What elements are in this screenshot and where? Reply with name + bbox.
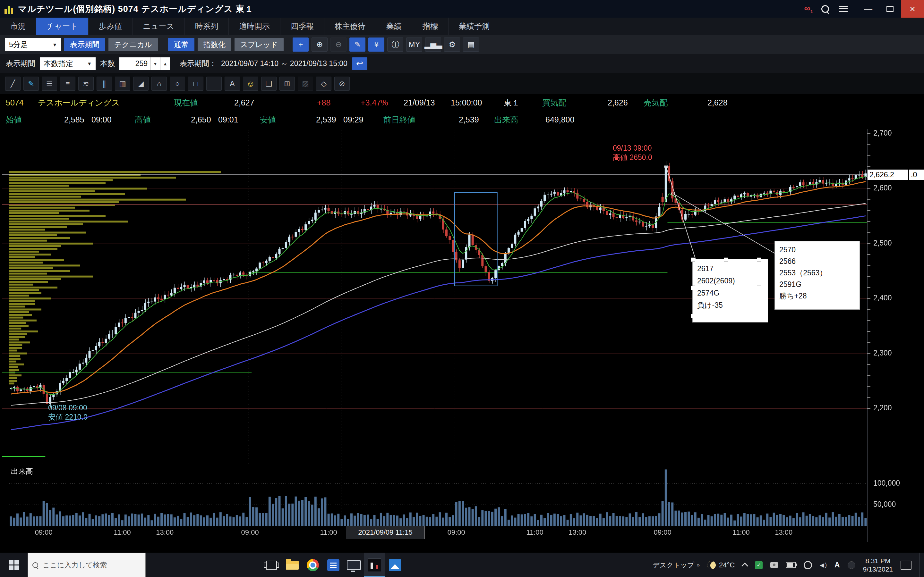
tab-bar: 市況チャート歩み値ニュース時系列適時開示四季報株主優待業績指標業績予測	[0, 18, 924, 35]
my-chart-button[interactable]: MY	[406, 37, 422, 52]
spinner-down-icon[interactable]: ▼	[150, 57, 160, 70]
settings-wrench-button[interactable]: ⚙	[444, 37, 460, 52]
battery-icon[interactable]	[786, 562, 796, 568]
tab-市況[interactable]: 市況	[0, 18, 36, 35]
tab-歩み値[interactable]: 歩み値	[89, 18, 133, 35]
tab-チャート[interactable]: チャート	[36, 18, 89, 35]
weather-widget[interactable]: 24°C	[708, 561, 735, 569]
taskbar-search[interactable]	[27, 553, 145, 577]
memo-resize-handle[interactable]	[757, 314, 761, 318]
app-document[interactable]	[323, 553, 344, 577]
tab-業績[interactable]: 業績	[376, 18, 412, 35]
ime-indicator[interactable]: A	[835, 561, 840, 569]
icon-stamp-tool[interactable]: ☺	[243, 77, 258, 91]
date-range-value: 2021/09/07 14:10 ～ 2021/09/13 15:00	[221, 59, 347, 69]
print-button[interactable]: ▤	[463, 37, 479, 52]
app-explorer[interactable]	[282, 553, 302, 577]
memo-resize-handle[interactable]	[691, 314, 695, 318]
network-icon[interactable]	[804, 561, 812, 569]
interval-select[interactable]: 5分足 ▼	[5, 38, 61, 51]
price-change-pct: +3.47%	[360, 98, 388, 107]
bar-count-value[interactable]: 259	[120, 57, 150, 70]
memo-resize-handle[interactable]	[691, 285, 695, 290]
app-chrome[interactable]	[302, 553, 323, 577]
quote-time: 15:00:00	[451, 98, 482, 107]
info-button[interactable]: ⓘ	[387, 37, 403, 52]
zoom-in-button[interactable]: ⊕	[312, 37, 328, 52]
chart-memo-1[interactable]: 26172602(2609)2574G負け-35	[692, 259, 768, 322]
range-colon-label: 表示期間：	[180, 59, 216, 69]
focus-assist-icon[interactable]	[848, 561, 855, 569]
memo-resize-handle[interactable]	[724, 314, 728, 318]
clear-all-tool[interactable]: ⊘	[334, 77, 350, 91]
app-photos[interactable]	[384, 553, 405, 577]
grid-lines-tool[interactable]: ≡	[60, 77, 75, 91]
memo-resize-handle[interactable]	[724, 258, 728, 262]
tab-四季報[interactable]: 四季報	[280, 18, 325, 35]
triangle-tool[interactable]: ◢	[133, 77, 149, 91]
taskbar-search-input[interactable]	[42, 561, 127, 570]
horizontal-line-tool[interactable]: ─	[206, 77, 222, 91]
tray-expand-icon[interactable]	[741, 562, 748, 569]
tab-ニュース[interactable]: ニュース	[132, 18, 185, 35]
reset-range-button[interactable]: ↩	[352, 57, 367, 70]
close-button[interactable]: ×	[901, 0, 924, 18]
rectangle-tool[interactable]: □	[188, 77, 204, 91]
memo-resize-handle[interactable]	[757, 285, 761, 290]
eraser-tool[interactable]: ◇	[316, 77, 331, 91]
display-period-button[interactable]: 表示期間	[64, 38, 105, 51]
parallel-lines-tool[interactable]: ∥	[97, 77, 112, 91]
memo-resize-handle[interactable]	[757, 258, 761, 262]
pen-tool[interactable]: ✎	[23, 77, 39, 91]
desktop-toolbar[interactable]: デスクトップ »	[653, 561, 700, 570]
draw-mode-button[interactable]: ✎	[349, 37, 365, 52]
yen-axis-button[interactable]: ¥	[368, 37, 384, 52]
hatch-tool[interactable]: ▥	[115, 77, 130, 91]
start-button[interactable]	[0, 553, 27, 577]
copy-tool[interactable]: ⊞	[279, 77, 295, 91]
trend-line-tool[interactable]: ╱	[5, 77, 21, 91]
image-tool[interactable]: ▨	[298, 77, 313, 91]
bar-count-label: 本数	[100, 59, 115, 69]
app-monitor[interactable]	[344, 553, 364, 577]
link-icon[interactable]: ∞1	[804, 3, 813, 14]
tab-株主優待[interactable]: 株主優待	[325, 18, 376, 35]
chart-style-button[interactable]: ▂▅▃	[425, 37, 441, 52]
pentagon-tool[interactable]: ⌂	[152, 77, 167, 91]
technical-button[interactable]: テクニカル	[108, 38, 158, 51]
taskbar-clock[interactable]: 8:31 PM 9/13/2021	[863, 557, 893, 574]
device-icon[interactable]	[771, 562, 778, 568]
text-tool[interactable]: A	[225, 77, 240, 91]
show-desktop-button[interactable]	[919, 553, 923, 577]
volume-icon[interactable]: ◀)	[820, 562, 827, 569]
spread-mode-button[interactable]: スプレッド	[234, 38, 284, 51]
app-chart-active[interactable]	[364, 553, 384, 577]
shield-icon[interactable]: ✓	[755, 561, 762, 569]
menu-icon[interactable]	[839, 6, 848, 12]
action-center-icon[interactable]	[901, 561, 911, 570]
horizontal-lines-tool[interactable]: ☰	[42, 77, 57, 91]
tab-時系列[interactable]: 時系列	[185, 18, 229, 35]
indexed-mode-button[interactable]: 指数化	[198, 38, 231, 51]
price-chart-canvas[interactable]	[0, 128, 924, 552]
tab-適時開示[interactable]: 適時開示	[229, 18, 280, 35]
bar-count-spinner[interactable]: 259 ▼ ▲	[120, 57, 170, 70]
search-icon[interactable]	[821, 5, 829, 13]
spinner-up-icon[interactable]: ▲	[160, 57, 170, 70]
ellipse-tool[interactable]: ○	[170, 77, 185, 91]
minimize-button[interactable]: —	[857, 0, 879, 18]
normal-mode-button[interactable]: 通常	[168, 38, 194, 51]
time-axis-label: 11:00	[722, 528, 760, 537]
task-view-button[interactable]	[261, 553, 282, 577]
tab-業績予測[interactable]: 業績予測	[449, 18, 500, 35]
memo-resize-handle[interactable]	[691, 258, 695, 262]
tab-指標[interactable]: 指標	[412, 18, 449, 35]
zoom-out-button[interactable]: ⊖	[330, 37, 347, 52]
wave-tool[interactable]: ≋	[78, 77, 94, 91]
maximize-button[interactable]	[879, 0, 901, 18]
range-mode-select[interactable]: 本数指定 ▼	[40, 57, 95, 70]
callout-tool[interactable]: ❏	[261, 77, 276, 91]
low-price: 2,539	[316, 115, 336, 124]
chart-memo-2[interactable]: 257025662553（2563）2591G勝ち+28	[774, 241, 860, 309]
add-button[interactable]: +	[292, 37, 309, 52]
